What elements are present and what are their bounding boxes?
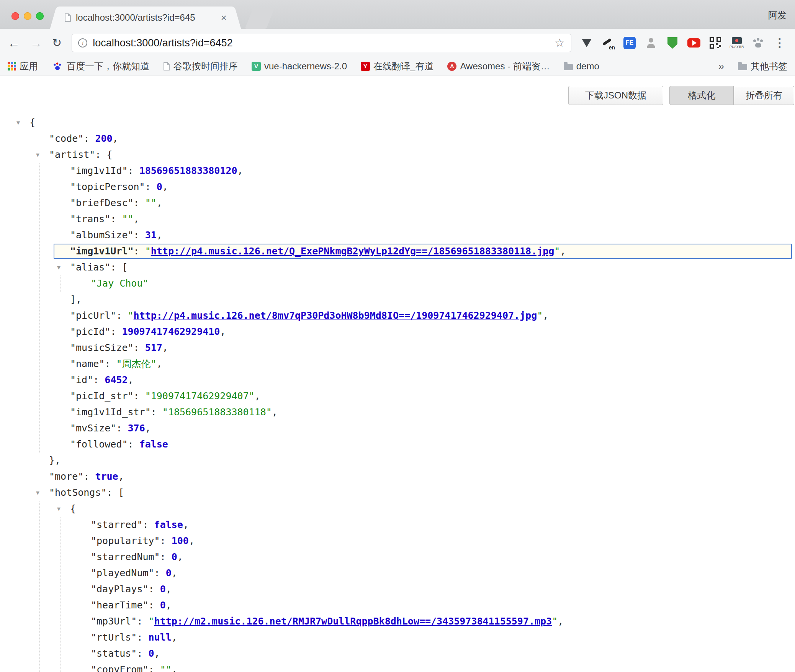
json-token: "artist": [49, 149, 95, 160]
zoom-window-button[interactable]: [36, 12, 44, 20]
json-token: :: [149, 664, 160, 672]
json-token: ": [149, 616, 154, 627]
json-line-content: "picId_str": "19097417462929407",: [0, 388, 795, 404]
json-line-content: "hotSongs": [: [0, 485, 795, 501]
json-line: "followed": false: [0, 436, 795, 452]
bookmarks-overflow-chevron[interactable]: »: [718, 60, 724, 72]
new-tab-button[interactable]: [245, 8, 274, 29]
address-bar[interactable]: i localhost:3000/artists?id=6452 ☆: [72, 34, 571, 52]
fold-toggle-icon[interactable]: ▼: [36, 485, 39, 501]
youdao-icon: Y: [361, 62, 370, 71]
json-token: :: [134, 342, 145, 353]
json-token: ": [554, 246, 560, 257]
json-url-link[interactable]: http://p4.music.126.net/Q_ExePNkmgB2yWyL…: [151, 246, 555, 257]
bookmark-youdao-translate[interactable]: Y 在线翻译_有道: [361, 60, 433, 72]
other-bookmarks-label: 其他书签: [751, 60, 787, 72]
reload-button[interactable]: ↻: [52, 37, 62, 49]
json-token: "picId_str": [70, 390, 134, 402]
json-token: "周杰伦": [116, 358, 156, 369]
download-json-button[interactable]: 下载JSON数据: [568, 86, 663, 105]
bookmark-vue-hackernews[interactable]: V vue-hackernews-2.0: [252, 61, 347, 72]
json-line: "img1v1Id": 18569651883380120,: [0, 163, 795, 179]
minimize-window-button[interactable]: [24, 12, 31, 20]
player-extension-icon[interactable]: PLAYER: [729, 35, 744, 51]
vue-icon: V: [252, 62, 261, 71]
json-token: 0: [172, 551, 177, 562]
json-line: "trans": "",: [0, 211, 795, 227]
json-line-content: "mvSize": 376,: [0, 420, 795, 436]
json-line-content: {: [0, 115, 795, 131]
other-bookmarks[interactable]: 其他书签: [738, 60, 787, 72]
json-line-content: },: [0, 452, 795, 469]
fold-toggle-icon[interactable]: ▼: [57, 501, 61, 517]
json-token: ,: [237, 165, 243, 176]
qrcode-icon: [710, 37, 721, 49]
browser-menu-button[interactable]: ⋮: [772, 35, 787, 51]
json-line: ▼"alias": [: [0, 259, 795, 275]
collapse-all-button[interactable]: 折叠所有: [734, 86, 794, 105]
profile-person-extension-icon[interactable]: [643, 35, 659, 51]
json-token: "id": [70, 374, 93, 385]
json-token: "dayPlays": [91, 583, 149, 595]
json-token: ],: [70, 294, 82, 305]
qrcode-extension-icon[interactable]: [708, 35, 723, 51]
browser-tab[interactable]: localhost:3000/artists?id=645 ×: [58, 7, 233, 29]
json-line: "more": true,: [0, 469, 795, 485]
json-token: ": [552, 616, 558, 627]
json-token: ,: [166, 600, 172, 611]
url-input[interactable]: localhost:3000/artists?id=6452: [93, 37, 555, 49]
folder-icon: [564, 64, 573, 70]
page-info-icon[interactable]: i: [78, 38, 87, 48]
json-token: 517: [145, 342, 162, 353]
json-token: "name": [70, 358, 105, 369]
back-button[interactable]: ←: [8, 37, 20, 49]
json-url-link[interactable]: http://m2.music.126.net/RMJR7wDullRqppBk…: [154, 616, 552, 627]
json-token: "mp3Url": [91, 616, 137, 627]
tab-close-icon[interactable]: ×: [221, 13, 227, 23]
translate-extension-icon[interactable]: en: [600, 35, 616, 51]
json-line-content: "id": 6452,: [0, 372, 795, 388]
bookmark-awesomes[interactable]: A Awesomes - 前端资…: [447, 60, 550, 72]
bookmark-label: 谷歌按时间排序: [173, 60, 238, 72]
fold-toggle-icon[interactable]: ▼: [16, 115, 20, 131]
json-token: :: [137, 648, 148, 659]
json-token: },: [49, 455, 61, 466]
json-token: "picId": [70, 326, 110, 337]
bookmark-baidu[interactable]: 百度一下，你就知道: [52, 60, 149, 72]
json-token: ": [537, 310, 543, 321]
json-line-content: "artist": {: [0, 147, 795, 163]
json-token: :: [134, 246, 145, 257]
json-token: "Jay Chou": [91, 278, 149, 289]
paw-extension-icon[interactable]: [751, 35, 766, 51]
json-line-content: "img1v1Id": 18569651883380120,: [0, 163, 795, 179]
json-line-content: "hearTime": 0,: [0, 597, 795, 613]
adguard-shield-extension-icon[interactable]: [665, 35, 680, 51]
json-token: :: [110, 262, 122, 273]
fehelper-extension-icon[interactable]: FE: [622, 35, 637, 51]
json-line-content: ],: [0, 292, 795, 308]
format-button[interactable]: 格式化: [669, 86, 734, 105]
json-url-link[interactable]: http://p4.music.126.net/8mv7qP30Pd3oHW8b…: [134, 310, 537, 321]
json-token: :: [83, 133, 95, 144]
youtube-extension-icon[interactable]: [686, 35, 702, 51]
bookmark-star-icon[interactable]: ☆: [555, 37, 565, 49]
bookmark-apps[interactable]: 应用: [8, 60, 38, 72]
profile-name: 阿发: [768, 9, 787, 21]
json-token: "img1v1Id": [70, 165, 128, 176]
json-token: "trans": [70, 213, 110, 225]
json-line: ▼"artist": {: [0, 147, 795, 163]
forward-button: →: [30, 37, 42, 49]
fold-toggle-icon[interactable]: ▼: [57, 259, 61, 275]
close-window-button[interactable]: [11, 12, 19, 20]
json-token: :: [137, 632, 148, 643]
json-token: 0: [160, 600, 166, 611]
pen-icon: en: [601, 36, 615, 50]
fold-toggle-icon[interactable]: ▼: [36, 147, 39, 163]
bookmark-google-sort[interactable]: 谷歌按时间排序: [163, 60, 238, 72]
apps-grid-icon: [8, 62, 16, 70]
json-token: null: [149, 632, 172, 643]
v-shape-extension-icon[interactable]: [579, 35, 594, 51]
json-line-content: "starred": false,: [0, 517, 795, 533]
json-line: "musicSize": 517,: [0, 340, 795, 356]
bookmark-demo-folder[interactable]: demo: [564, 61, 599, 72]
